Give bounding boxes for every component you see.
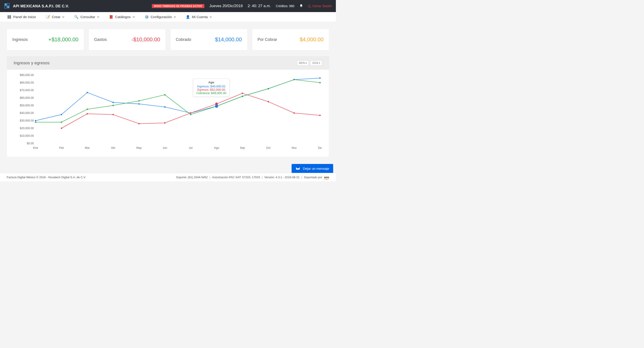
logo-icon xyxy=(4,3,10,9)
nav-home[interactable]: 🎛️ Panel de Inicio xyxy=(7,15,36,19)
svg-rect-3 xyxy=(7,6,10,8)
chevron-down-icon xyxy=(174,16,176,18)
svg-point-60 xyxy=(294,79,295,80)
search-icon: 🔍 xyxy=(74,15,78,19)
summary-cards: Ingresos +$18,000.00 Gastos -$10,000.00 … xyxy=(7,29,329,50)
card-cobrado-value: $14,000.00 xyxy=(215,36,242,43)
card-porcobrar: Por Cobrar $4,000.00 xyxy=(252,29,330,50)
svg-point-55 xyxy=(164,94,166,95)
logout-label: Cerrar Sesión xyxy=(312,4,332,8)
svg-point-44 xyxy=(190,112,192,114)
footer-hosted: Soportado por xyxy=(304,175,322,179)
svg-text:$50,000.00: $50,000.00 xyxy=(20,104,34,107)
svg-text:Sep: Sep xyxy=(240,146,245,150)
svg-point-51 xyxy=(61,122,62,123)
chart-card: Ingresos y egresos MXN ▴▾ 2018 ▴▾ $0.00$… xyxy=(7,56,329,157)
current-date: Jueves 20/Dic/2018 xyxy=(209,4,242,8)
card-gastos: Gastos -$10,000.00 xyxy=(88,29,166,50)
footer-version: Versión: 4.3.1 - 2018-08-31 xyxy=(264,175,300,179)
nav-account-label: Mi Cuenta xyxy=(192,15,208,19)
nav-consult-label: Consultar xyxy=(80,15,95,19)
svg-text:$40,000.00: $40,000.00 xyxy=(20,111,34,115)
svg-rect-1 xyxy=(7,3,10,5)
credits-label: Créditos: 960 xyxy=(276,4,294,8)
chart-title: Ingresos y egresos xyxy=(14,60,50,65)
book-icon: 📕 xyxy=(109,15,113,19)
chart-tooltip: Ago Ingresos: $49,000.02 Egresos: $52,00… xyxy=(193,79,230,97)
nav-catalogs-label: Catálogos xyxy=(115,15,131,19)
updown-icon: ▴▾ xyxy=(319,62,320,64)
svg-text:Ago: Ago xyxy=(214,146,219,150)
year-select-label: 2018 xyxy=(312,61,318,65)
nav-config[interactable]: ⚙️ Configuración xyxy=(145,15,176,19)
currency-select-label: MXN xyxy=(299,61,305,65)
nav-consult[interactable]: 🔍 Consultar xyxy=(74,15,99,19)
nav-catalogs[interactable]: 📕 Catálogos xyxy=(109,15,135,19)
bell-icon[interactable] xyxy=(300,4,303,8)
svg-text:$20,000.00: $20,000.00 xyxy=(20,127,34,130)
svg-point-61 xyxy=(319,82,321,83)
svg-rect-0 xyxy=(4,3,7,5)
nav-create[interactable]: 📝 Crear xyxy=(46,15,64,19)
currency-select[interactable]: MXN ▴▾ xyxy=(297,60,309,66)
logout-button[interactable]: Cerrar Sesión xyxy=(308,4,332,8)
svg-text:$0.00: $0.00 xyxy=(27,142,34,145)
chevron-down-icon xyxy=(97,16,99,18)
footer-support: Soporte: (81) 2044-5452 xyxy=(176,175,208,179)
svg-text:$60,000.00: $60,000.00 xyxy=(20,96,34,99)
create-icon: 📝 xyxy=(46,15,50,19)
svg-point-39 xyxy=(61,128,62,129)
current-time: 2: 40: 27 a.m. xyxy=(248,4,271,8)
nav-account[interactable]: 👤 Mi Cuenta xyxy=(186,15,212,19)
updown-icon: ▴▾ xyxy=(306,62,307,64)
svg-point-31 xyxy=(138,103,140,105)
line-chart[interactable]: $0.00$10,000.00$20,000.00$30,000.00$40,0… xyxy=(18,72,322,150)
topbar-right: MODO TIMBRADO DE PRUEBAS ACTIVO Jueves 2… xyxy=(152,4,332,8)
tooltip-ingresos: Ingresos: $49,000.02 xyxy=(196,85,226,88)
svg-text:Oct: Oct xyxy=(266,146,270,150)
card-porcobrar-label: Por Cobrar xyxy=(258,37,277,42)
svg-point-42 xyxy=(138,123,140,124)
nav-config-label: Configuración xyxy=(151,15,172,19)
svg-text:Ene: Ene xyxy=(33,146,38,150)
svg-point-48 xyxy=(294,112,295,114)
chart-controls: MXN ▴▾ 2018 ▴▾ xyxy=(297,60,322,66)
card-ingresos-label: Ingresos xyxy=(12,37,28,42)
svg-point-54 xyxy=(138,100,140,102)
card-ingresos: Ingresos +$18,000.00 xyxy=(7,29,84,50)
card-ingresos-value: +$18,000.00 xyxy=(48,36,78,43)
footer-auth: Autorización PAC SAT: 57203, 17033 xyxy=(212,175,260,179)
card-cobrado-label: Cobrado xyxy=(176,37,191,42)
svg-text:$30,000.00: $30,000.00 xyxy=(20,119,34,122)
svg-text:$10,000.00: $10,000.00 xyxy=(20,134,34,137)
footer: Factura Digital México © 2018 - Novatech… xyxy=(0,173,336,181)
nav-home-label: Panel de Inicio xyxy=(13,15,36,19)
svg-text:$90,000.00: $90,000.00 xyxy=(20,73,34,77)
aws-logo: aws xyxy=(324,176,329,179)
card-porcobrar-value: $4,000.00 xyxy=(300,36,324,43)
card-cobrado: Cobrado $14,000.00 xyxy=(170,29,248,50)
card-gastos-value: -$10,000.00 xyxy=(132,36,160,43)
chevron-down-icon xyxy=(210,16,212,18)
footer-copyright: Factura Digital México © 2018 - Novatech… xyxy=(7,175,86,179)
mail-icon xyxy=(296,166,300,171)
svg-point-43 xyxy=(164,122,166,124)
topbar-left: API MEXICANA S.A.P.I. DE C.V. xyxy=(4,3,69,9)
chat-widget[interactable]: Dejar un mensaje xyxy=(292,164,333,173)
topbar: API MEXICANA S.A.P.I. DE C.V. MODO TIMBR… xyxy=(0,0,336,12)
svg-text:$70,000.00: $70,000.00 xyxy=(20,89,34,92)
svg-point-32 xyxy=(164,106,166,108)
svg-point-46 xyxy=(242,93,243,94)
nav-create-label: Crear xyxy=(52,15,60,19)
chevron-down-icon xyxy=(62,16,64,18)
year-select[interactable]: 2018 ▴▾ xyxy=(310,60,322,66)
svg-point-56 xyxy=(190,114,192,115)
svg-point-38 xyxy=(319,77,321,79)
svg-text:Feb: Feb xyxy=(59,146,64,150)
svg-text:$80,000.00: $80,000.00 xyxy=(20,81,34,84)
svg-text:Mar: Mar xyxy=(85,146,90,150)
user-icon: 👤 xyxy=(186,15,190,19)
svg-point-30 xyxy=(112,102,114,103)
svg-point-49 xyxy=(319,115,321,116)
svg-point-52 xyxy=(86,109,88,110)
